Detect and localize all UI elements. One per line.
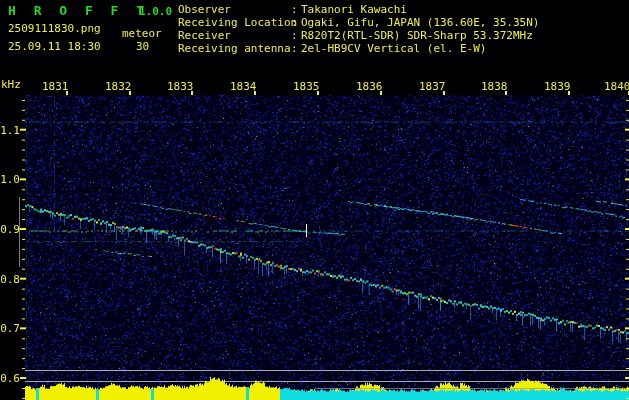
time-tick-label: 1836 [356,81,383,92]
mode-label: meteor [122,28,162,39]
info-separator: : [291,43,301,54]
info-value: 2el-HB9CV Vertical (el. E-W) [301,43,486,54]
freq-tick-label: 0.7 [0,323,20,334]
app-title: H R O F F T [8,4,149,17]
time-tick-label: 1834 [230,81,257,92]
info-label: Receiving antenna [178,43,291,54]
info-row-observer: Observer:Takanori Kawachi [178,4,407,15]
time-tick-label: 1839 [544,81,571,92]
time-tick-label: 1835 [293,81,320,92]
time-tick-label: 1838 [481,81,508,92]
time-tick-label: 1840 [604,81,629,92]
app-version: 1.0.0 [139,6,172,17]
time-tick-label: 1831 [42,81,69,92]
info-label: Receiving Location [178,17,291,28]
time-tick-label: 1833 [167,81,194,92]
datetime-label: 25.09.11 18:30 [8,41,101,52]
info-value: Takanori Kawachi [301,4,407,15]
info-separator: : [291,4,301,15]
info-separator: : [291,17,301,28]
info-separator: : [291,30,301,41]
freq-tick-label: 1.1 [0,125,20,136]
info-value: Ogaki, Gifu, JAPAN (136.60E, 35.35N) [301,17,539,28]
freq-tick-label: 0.9 [0,224,20,235]
freq-tick-label: 1.0 [0,174,20,185]
info-row-receiving-location: Receiving Location:Ogaki, Gifu, JAPAN (1… [178,17,539,28]
freq-axis-unit: kHz [1,79,21,90]
freq-tick-label: 0.8 [0,274,20,285]
info-row-receiver: Receiver:R820T2(RTL-SDR) SDR-Sharp 53.37… [178,30,533,41]
hrofft-screen: H R O F F T 1.0.0 2509111830.png meteor … [0,0,629,400]
info-row-receiving-antenna: Receiving antenna:2el-HB9CV Vertical (el… [178,43,486,54]
info-label: Observer [178,4,291,15]
interval-label: 30 [136,41,149,52]
output-filename: 2509111830.png [8,23,101,34]
freq-tick-label: 0.6 [0,373,20,384]
time-tick-label: 1837 [419,81,446,92]
info-label: Receiver [178,30,291,41]
spectrogram-canvas [0,0,629,400]
info-value: R820T2(RTL-SDR) SDR-Sharp 53.372MHz [301,30,533,41]
time-tick-label: 1832 [105,81,132,92]
